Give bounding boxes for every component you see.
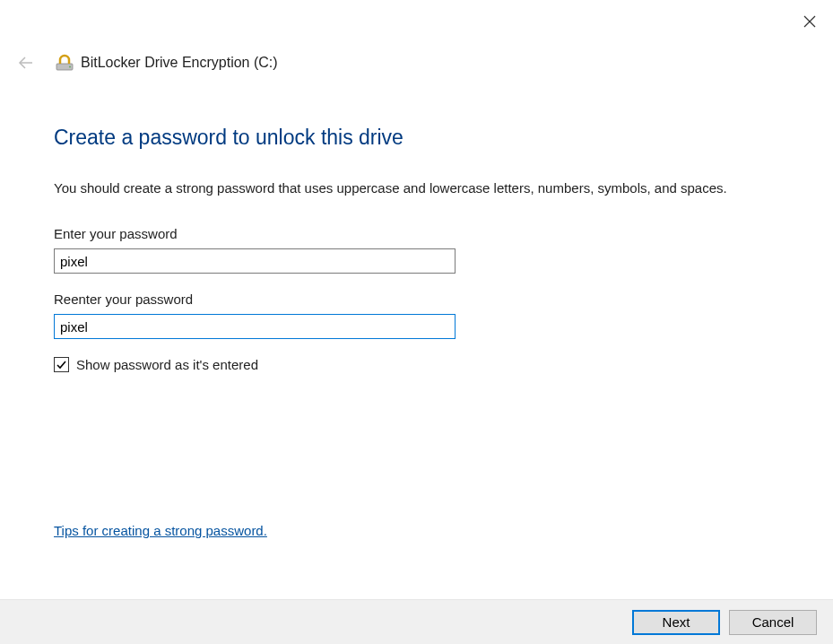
reenter-password-label: Reenter your password <box>54 292 779 307</box>
tips-link[interactable]: Tips for creating a strong password. <box>54 523 267 538</box>
instructions-text: You should create a strong password that… <box>54 178 779 197</box>
wizard-header: BitLocker Drive Encryption (C:) <box>0 0 833 74</box>
cancel-button[interactable]: Cancel <box>729 610 817 635</box>
back-arrow-icon <box>16 53 36 73</box>
svg-point-4 <box>69 66 71 68</box>
enter-password-input[interactable] <box>54 248 456 274</box>
close-button[interactable] <box>801 13 819 30</box>
show-password-checkbox[interactable] <box>54 357 69 372</box>
page-heading: Create a password to unlock this drive <box>54 126 779 150</box>
next-button[interactable]: Next <box>632 610 720 635</box>
show-password-label: Show password as it's entered <box>76 357 258 372</box>
bitlocker-drive-icon <box>54 52 75 74</box>
wizard-title: BitLocker Drive Encryption (C:) <box>81 55 278 71</box>
reenter-password-input[interactable] <box>54 314 456 339</box>
enter-password-label: Enter your password <box>54 226 779 241</box>
wizard-footer: Next Cancel <box>0 599 833 644</box>
